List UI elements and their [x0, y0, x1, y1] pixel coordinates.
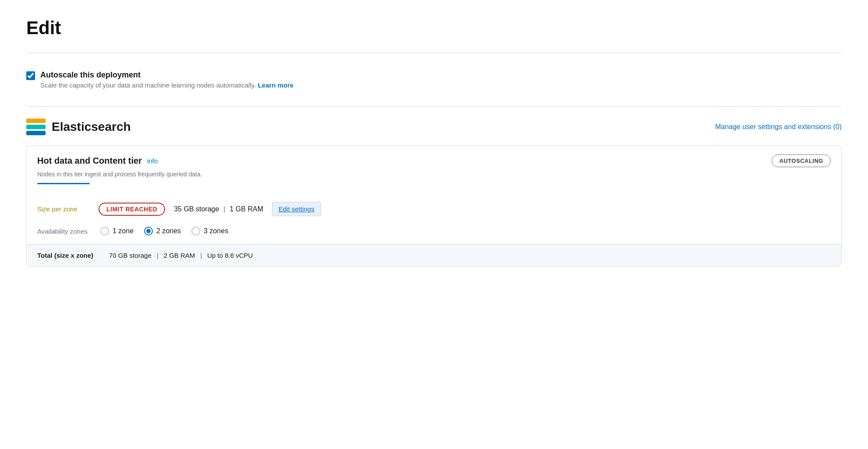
zone-radio-2-inner [146, 229, 151, 233]
zone-option-1-label: 1 zone [113, 227, 134, 235]
elasticsearch-icon [26, 117, 46, 137]
zone-option-1[interactable]: 1 zone [100, 227, 134, 235]
tier-card-header: Hot data and Content tier info AUTOSCALI… [27, 146, 841, 191]
limit-reached-badge: LIMIT REACHED [99, 203, 165, 216]
size-specs: 35 GB storage | 1 GB RAM [174, 205, 263, 213]
divider-middle [26, 106, 842, 107]
tier-title-row: Hot data and Content tier info AUTOSCALI… [37, 154, 831, 167]
es-icon-bar-3 [26, 131, 46, 135]
autoscale-label: Autoscale this deployment [40, 70, 293, 80]
zone-radio-3[interactable] [191, 227, 200, 235]
total-vcpu: Up to 8.6 vCPU [207, 252, 253, 259]
elasticsearch-section: Elasticsearch Manage user settings and e… [26, 117, 842, 267]
tier-description: Nodes in this tier ingest and process fr… [37, 171, 831, 178]
tier-info-link[interactable]: info [147, 157, 158, 165]
es-icon-bar-2 [26, 125, 46, 129]
autoscale-learn-more-link[interactable]: Learn more [258, 81, 294, 89]
zone-option-3[interactable]: 3 zones [191, 227, 228, 235]
total-sep-2: | [200, 252, 202, 259]
tier-underline [37, 183, 90, 184]
size-per-zone-row: Size per zone LIMIT REACHED 35 GB storag… [37, 202, 831, 216]
es-header: Elasticsearch Manage user settings and e… [26, 117, 842, 137]
ram-spec: 1 GB RAM [230, 205, 263, 213]
zone-option-2-label: 2 zones [156, 227, 181, 235]
total-label: Total (size x zone) [37, 252, 99, 259]
tier-card-body: Size per zone LIMIT REACHED 35 GB storag… [27, 191, 841, 244]
availability-zones-row: Availability zones 1 zone 2 zones [37, 227, 831, 235]
total-storage: 70 GB storage [109, 252, 152, 259]
autoscale-checkbox[interactable] [26, 71, 35, 80]
tier-title-left: Hot data and Content tier info [37, 156, 158, 166]
size-separator-1: | [223, 205, 225, 213]
es-title-group: Elasticsearch [26, 117, 131, 137]
elasticsearch-title: Elasticsearch [52, 120, 131, 134]
zone-radio-2[interactable] [144, 227, 153, 235]
zone-options-group: 1 zone 2 zones 3 zones [100, 227, 228, 235]
manage-settings-link[interactable]: Manage user settings and extensions (0) [715, 123, 842, 131]
autoscale-section: Autoscale this deployment Scale the capa… [26, 63, 842, 96]
zone-radio-1[interactable] [100, 227, 109, 235]
total-specs: 70 GB storage | 2 GB RAM | Up to 8.6 vCP… [109, 252, 253, 259]
availability-zones-label: Availability zones [37, 228, 90, 235]
divider-top [26, 53, 842, 53]
zone-option-2[interactable]: 2 zones [144, 227, 181, 235]
autoscale-text-group: Autoscale this deployment Scale the capa… [40, 70, 293, 89]
tier-title: Hot data and Content tier [37, 156, 142, 166]
total-ram: 2 GB RAM [164, 252, 195, 259]
page-title: Edit [26, 18, 842, 39]
tier-card: Hot data and Content tier info AUTOSCALI… [26, 145, 842, 267]
autoscale-checkbox-container[interactable] [26, 71, 35, 82]
edit-settings-button[interactable]: Edit settings [272, 202, 321, 216]
autoscale-description-text: Scale the capacity of your data and mach… [40, 81, 256, 89]
total-sep-1: | [157, 252, 159, 259]
autoscale-description: Scale the capacity of your data and mach… [40, 81, 293, 89]
zone-option-3-label: 3 zones [204, 227, 228, 235]
storage-spec: 35 GB storage [174, 205, 219, 213]
size-per-zone-label: Size per zone [37, 205, 90, 213]
tier-card-footer: Total (size x zone) 70 GB storage | 2 GB… [27, 244, 841, 266]
es-icon-bar-1 [26, 119, 46, 123]
autoscaling-badge: AUTOSCALING [772, 154, 831, 167]
